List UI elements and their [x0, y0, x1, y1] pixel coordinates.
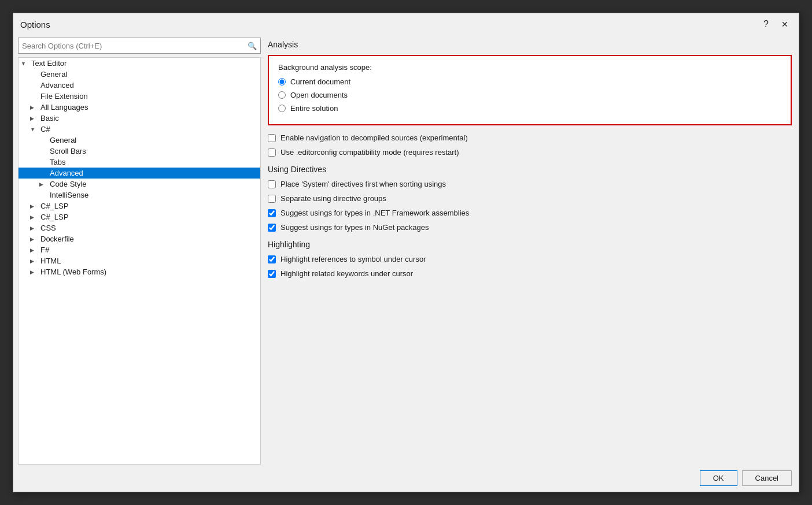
cb-highlight-keywords-label: Highlight related keywords under cursor [280, 269, 413, 278]
help-button[interactable]: ? [760, 18, 772, 31]
cb-enable-nav-input[interactable] [268, 134, 276, 142]
radio-open-documents-input[interactable] [278, 91, 286, 99]
tree-item-general[interactable]: General [19, 69, 260, 80]
cb-separate-groups-input[interactable] [268, 195, 276, 203]
cb-suggest-nuget-input[interactable] [268, 224, 276, 232]
tree-item-csharp-general[interactable]: General [19, 135, 260, 146]
cb-highlight-keywords-input[interactable] [268, 270, 276, 278]
expand-arrow[interactable]: ▶ [30, 116, 39, 121]
bg-analysis-label: Background analysis scope: [278, 63, 781, 72]
tree-item-css[interactable]: ▶ CSS [19, 222, 260, 233]
tree-item-label: Advanced [39, 81, 74, 90]
cb-highlight-refs-label: Highlight references to symbol under cur… [280, 255, 426, 263]
radio-current-document-label: Current document [290, 77, 350, 86]
tree-item-advanced-te[interactable]: Advanced [19, 80, 260, 91]
cb-enable-nav-label: Enable navigation to decompiled sources … [280, 133, 468, 142]
radio-open-documents[interactable]: Open documents [278, 91, 781, 99]
tree-item-label: Scroll Bars [49, 147, 86, 155]
tree-item-dockerfile[interactable]: ▶ Dockerfile [19, 233, 260, 244]
expand-arrow[interactable]: ▶ [30, 105, 39, 110]
right-content[interactable]: Analysis Background analysis scope: Curr… [268, 38, 794, 465]
tree-item-label: Code Style [49, 180, 87, 188]
tree-item-basic[interactable]: ▶ Basic [19, 113, 260, 124]
tree-item-label: All Languages [39, 103, 88, 112]
expand-arrow[interactable]: ▶ [39, 181, 49, 187]
tree-item-all-languages[interactable]: ▶ All Languages [19, 102, 260, 113]
cb-highlight-keywords-item[interactable]: Highlight related keywords under cursor [268, 269, 792, 278]
tree-item-label: File Extension [39, 92, 88, 101]
tree-item-scroll-bars[interactable]: Scroll Bars [19, 146, 260, 157]
tree-item-html-webforms[interactable]: ▶ HTML (Web Forms) [19, 266, 260, 277]
tree-item-code-style[interactable]: ▶ Code Style [19, 179, 260, 190]
expand-arrow[interactable]: ▼ [30, 127, 39, 132]
titlebar-controls: ? ✕ [760, 18, 792, 31]
tree-item-label: C# [39, 125, 50, 133]
radio-current-document[interactable]: Current document [278, 77, 781, 86]
expand-arrow[interactable]: ▼ [21, 61, 30, 66]
tree-item-advanced[interactable]: Advanced [19, 168, 260, 179]
tree-item-html[interactable]: ▶ HTML [19, 255, 260, 266]
expand-arrow[interactable]: ▶ [30, 247, 39, 253]
analysis-box: Background analysis scope: Current docum… [268, 55, 792, 125]
bottom-bar: OK Cancel [13, 465, 799, 492]
expand-arrow[interactable]: ▶ [30, 214, 39, 220]
cancel-button[interactable]: Cancel [742, 470, 792, 486]
cb-separate-groups-item[interactable]: Separate using directive groups [268, 194, 792, 203]
cb-editorconfig-item[interactable]: Use .editorconfig compatibility mode (re… [268, 148, 792, 157]
radio-entire-solution-input[interactable] [278, 105, 286, 112]
close-button[interactable]: ✕ [778, 18, 792, 30]
cb-enable-nav-item[interactable]: Enable navigation to decompiled sources … [268, 133, 792, 142]
cb-suggest-nuget-item[interactable]: Suggest usings for types in NuGet packag… [268, 223, 792, 232]
expand-arrow[interactable]: ▶ [30, 236, 39, 242]
titlebar: Options ? ✕ [13, 13, 799, 33]
tree-item-intellisense[interactable]: IntelliSense [19, 190, 260, 200]
cb-place-system-label: Place 'System' directives first when sor… [280, 180, 446, 188]
cb-place-system-input[interactable] [268, 180, 276, 188]
search-input[interactable] [19, 40, 244, 51]
tree-item-fsharp[interactable]: ▶ F# [19, 244, 260, 255]
tree-item-label: General [39, 70, 67, 79]
ok-button[interactable]: OK [700, 470, 737, 486]
cb-suggest-net-item[interactable]: Suggest usings for types in .NET Framewo… [268, 209, 792, 217]
tree-item-label: Advanced [49, 169, 83, 177]
cb-separate-groups-label: Separate using directive groups [280, 194, 386, 203]
radio-current-document-input[interactable] [278, 78, 286, 86]
cb-suggest-nuget-label: Suggest usings for types in NuGet packag… [280, 223, 429, 232]
cb-editorconfig-input[interactable] [268, 148, 276, 157]
tree-container[interactable]: ▼ Text Editor General Advanced File Exte… [18, 57, 261, 465]
tree-item-label: HTML (Web Forms) [39, 268, 106, 276]
expand-arrow[interactable]: ▶ [30, 269, 39, 275]
expand-arrow[interactable]: ▶ [30, 203, 39, 209]
cb-editorconfig-label: Use .editorconfig compatibility mode (re… [280, 148, 459, 157]
tree-item-label: C#_LSP [39, 213, 68, 221]
cb-suggest-net-input[interactable] [268, 209, 276, 217]
tree-item-csharp-lsp1[interactable]: ▶ C#_LSP [19, 200, 260, 211]
tree-item-text-editor[interactable]: ▼ Text Editor [19, 58, 260, 69]
cb-place-system-item[interactable]: Place 'System' directives first when sor… [268, 180, 792, 188]
options-dialog: Options ? ✕ 🔍 ▼ Text Editor General Adva… [13, 13, 799, 492]
tree-item-label: Tabs [49, 158, 65, 166]
cb-highlight-refs-input[interactable] [268, 255, 276, 263]
dialog-title: Options [20, 20, 50, 29]
left-panel: 🔍 ▼ Text Editor General Advanced File Ex… [18, 38, 261, 465]
expand-arrow[interactable]: ▶ [30, 258, 39, 264]
cb-suggest-net-label: Suggest usings for types in .NET Framewo… [280, 209, 469, 217]
tree-item-label: Basic [39, 114, 59, 122]
tree-item-label: CSS [39, 224, 56, 232]
radio-entire-solution[interactable]: Entire solution [278, 104, 781, 113]
expand-arrow[interactable]: ▶ [30, 225, 39, 231]
cb-highlight-refs-item[interactable]: Highlight references to symbol under cur… [268, 255, 792, 263]
search-box[interactable]: 🔍 [18, 38, 261, 54]
section-using-title: Using Directives [268, 165, 792, 174]
tree-item-label: HTML [39, 257, 61, 265]
right-panel: Analysis Background analysis scope: Curr… [261, 38, 794, 465]
content-area: 🔍 ▼ Text Editor General Advanced File Ex… [13, 33, 799, 465]
tree-item-label: Dockerfile [39, 235, 74, 243]
search-icon: 🔍 [244, 42, 260, 50]
tree-item-csharp-lsp2[interactable]: ▶ C#_LSP [19, 211, 260, 222]
tree-item-tabs[interactable]: Tabs [19, 157, 260, 168]
radio-open-documents-label: Open documents [290, 91, 348, 99]
tree-item-csharp[interactable]: ▼ C# [19, 124, 260, 135]
section-highlighting-title: Highlighting [268, 240, 792, 249]
tree-item-file-extension[interactable]: File Extension [19, 91, 260, 102]
